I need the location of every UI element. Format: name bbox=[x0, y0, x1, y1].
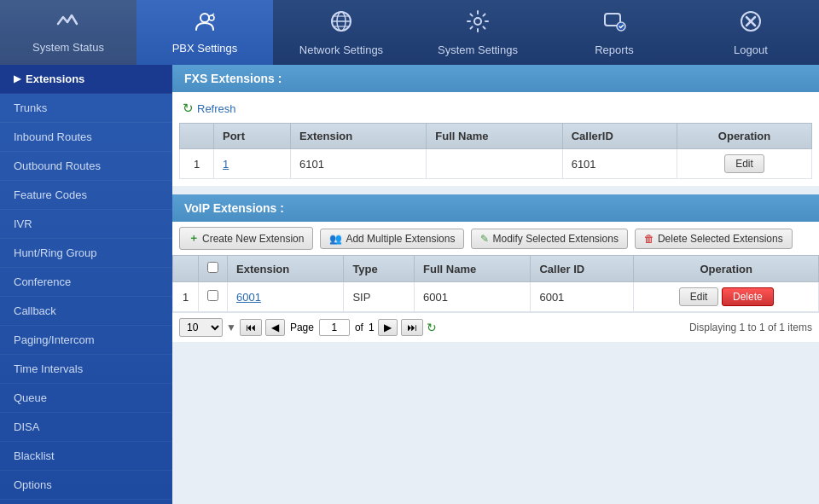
voip-col-type: Type bbox=[344, 256, 415, 282]
voip-table-header-row: Extension Type Full Name Caller ID Opera… bbox=[173, 256, 819, 282]
sidebar-options-label: Options bbox=[14, 478, 52, 491]
voip-col-num bbox=[173, 256, 199, 282]
page-input[interactable] bbox=[319, 319, 350, 336]
add-multiple-extensions-label: Add Multiple Extensions bbox=[346, 233, 455, 245]
sidebar-item-trunks[interactable]: Trunks bbox=[0, 94, 172, 123]
modify-icon: ✎ bbox=[480, 233, 489, 245]
sidebar-item-queue[interactable]: Queue bbox=[0, 384, 172, 413]
fxs-col-fullname: Full Name bbox=[427, 124, 562, 149]
delete-selected-extensions-label: Delete Selected Extensions bbox=[658, 233, 783, 245]
sidebar-item-outbound-routes[interactable]: Outbound Routes bbox=[0, 152, 172, 181]
nav-reports[interactable]: Reports bbox=[546, 0, 682, 65]
refresh-icon: ↻ bbox=[183, 101, 194, 116]
sidebar: ▶ Extensions Trunks Inbound Routes Outbo… bbox=[0, 65, 172, 504]
voip-extension-link[interactable]: 6001 bbox=[236, 291, 261, 304]
fxs-col-callerid: CallerID bbox=[562, 124, 677, 149]
logout-icon bbox=[739, 9, 763, 38]
page-label: Page bbox=[290, 322, 314, 333]
fxs-edit-button[interactable]: Edit bbox=[724, 154, 764, 173]
sidebar-item-feature-codes[interactable]: Feature Codes bbox=[0, 181, 172, 210]
voip-row-checkbox[interactable] bbox=[207, 290, 218, 301]
plus-icon: ＋ bbox=[189, 231, 199, 246]
sidebar-item-conference[interactable]: Conference bbox=[0, 268, 172, 297]
fxs-col-extension: Extension bbox=[291, 124, 427, 149]
voip-col-checkbox bbox=[199, 256, 228, 282]
settings-icon bbox=[466, 9, 490, 38]
sidebar-item-options[interactable]: Options bbox=[0, 471, 172, 500]
nav-logout[interactable]: Logout bbox=[682, 0, 819, 65]
modify-selected-extensions-button[interactable]: ✎ Modify Selected Extensions bbox=[471, 229, 627, 249]
fxs-refresh-button[interactable]: ↻ Refresh bbox=[179, 99, 812, 118]
pagination-refresh-button[interactable]: ↻ bbox=[427, 321, 437, 334]
pagination-arrow-mark: ▼ bbox=[226, 322, 236, 333]
sidebar-item-time-intervals[interactable]: Time Intervals bbox=[0, 355, 172, 384]
svg-point-8 bbox=[474, 18, 481, 25]
sidebar-item-paging-intercom[interactable]: Paging/Intercom bbox=[0, 326, 172, 355]
delete-selected-extensions-button[interactable]: 🗑 Delete Selected Extensions bbox=[635, 229, 793, 249]
expand-icon: ▶ bbox=[14, 73, 20, 84]
fxs-table-row: 1 1 6101 6101 Edit bbox=[180, 149, 812, 179]
create-new-extension-button[interactable]: ＋ Create New Extension bbox=[179, 227, 313, 250]
voip-table-area: Extension Type Full Name Caller ID Opera… bbox=[172, 255, 819, 342]
sidebar-item-sip-settings[interactable]: SIP Settings bbox=[0, 500, 172, 504]
prev-page-button[interactable]: ◀ bbox=[265, 319, 285, 336]
modify-selected-extensions-label: Modify Selected Extensions bbox=[492, 233, 618, 245]
sidebar-item-disa[interactable]: DISA bbox=[0, 413, 172, 442]
next-page-button[interactable]: ▶ bbox=[378, 319, 398, 336]
voip-col-fullname: Full Name bbox=[415, 256, 531, 282]
voip-delete-button[interactable]: Delete bbox=[722, 287, 774, 306]
nav-system-status[interactable]: System Status bbox=[0, 0, 136, 65]
nav-network-settings[interactable]: Network Settings bbox=[273, 0, 410, 65]
first-page-button[interactable]: ⏮ bbox=[240, 319, 262, 336]
nav-system-status-label: System Status bbox=[32, 41, 104, 54]
voip-select-all-checkbox[interactable] bbox=[207, 262, 218, 273]
sidebar-item-extensions[interactable]: ▶ Extensions bbox=[0, 65, 172, 94]
nav-logout-label: Logout bbox=[734, 43, 768, 56]
sidebar-item-hunt-ring-group[interactable]: Hunt/Ring Group bbox=[0, 239, 172, 268]
add-multiple-icon: 👥 bbox=[329, 233, 342, 245]
voip-toolbar: ＋ Create New Extension 👥 Add Multiple Ex… bbox=[172, 222, 819, 255]
nav-pbx-settings-label: PBX Settings bbox=[172, 42, 238, 55]
fxs-col-operation: Operation bbox=[677, 124, 812, 149]
sidebar-disa-label: DISA bbox=[14, 420, 39, 433]
sidebar-item-inbound-routes[interactable]: Inbound Routes bbox=[0, 123, 172, 152]
sidebar-item-callback[interactable]: Callback bbox=[0, 297, 172, 326]
voip-section-header: VoIP Extensions : bbox=[172, 194, 819, 222]
top-navigation: System Status PBX Settings Network Setti… bbox=[0, 0, 819, 65]
voip-table: Extension Type Full Name Caller ID Opera… bbox=[172, 255, 819, 312]
per-page-select[interactable]: 10 25 50 100 bbox=[179, 318, 223, 337]
voip-row-checkbox-cell bbox=[199, 282, 228, 312]
sidebar-paging-intercom-label: Paging/Intercom bbox=[14, 333, 95, 346]
sidebar-hunt-ring-group-label: Hunt/Ring Group bbox=[14, 246, 97, 259]
fxs-row-num: 1 bbox=[180, 149, 214, 179]
sidebar-item-ivr[interactable]: IVR bbox=[0, 210, 172, 239]
sidebar-item-blacklist[interactable]: Blacklist bbox=[0, 442, 172, 471]
nav-pbx-settings[interactable]: PBX Settings bbox=[136, 0, 273, 65]
sidebar-outbound-routes-label: Outbound Routes bbox=[14, 159, 101, 172]
fxs-row-operation: Edit bbox=[677, 149, 812, 179]
voip-edit-button[interactable]: Edit bbox=[679, 287, 719, 306]
fxs-port-link[interactable]: 1 bbox=[223, 158, 229, 171]
of-label: of bbox=[355, 322, 363, 333]
main-layout: ▶ Extensions Trunks Inbound Routes Outbo… bbox=[0, 65, 819, 504]
voip-header-text: VoIP Extensions : bbox=[184, 201, 284, 215]
fxs-refresh-label: Refresh bbox=[197, 102, 236, 115]
voip-row-type: SIP bbox=[344, 282, 415, 312]
sidebar-queue-label: Queue bbox=[14, 391, 47, 404]
sidebar-conference-label: Conference bbox=[14, 275, 71, 288]
nav-reports-label: Reports bbox=[595, 43, 634, 56]
nav-system-settings[interactable]: System Settings bbox=[410, 0, 546, 65]
fxs-col-port bbox=[180, 124, 214, 149]
network-icon bbox=[329, 9, 353, 38]
sidebar-feature-codes-label: Feature Codes bbox=[14, 188, 87, 201]
sidebar-inbound-routes-label: Inbound Routes bbox=[14, 130, 92, 143]
svg-point-0 bbox=[200, 14, 209, 22]
voip-pagination: 10 25 50 100 ▼ ⏮ ◀ Page of 1 ▶ ⏭ ↻ Displ… bbox=[172, 312, 819, 342]
sidebar-callback-label: Callback bbox=[14, 304, 56, 317]
voip-col-extension: Extension bbox=[228, 256, 344, 282]
delete-icon: 🗑 bbox=[644, 233, 654, 245]
last-page-button[interactable]: ⏭ bbox=[401, 319, 423, 336]
sidebar-ivr-label: IVR bbox=[14, 217, 32, 230]
add-multiple-extensions-button[interactable]: 👥 Add Multiple Extensions bbox=[320, 229, 464, 249]
nav-network-settings-label: Network Settings bbox=[299, 43, 383, 56]
